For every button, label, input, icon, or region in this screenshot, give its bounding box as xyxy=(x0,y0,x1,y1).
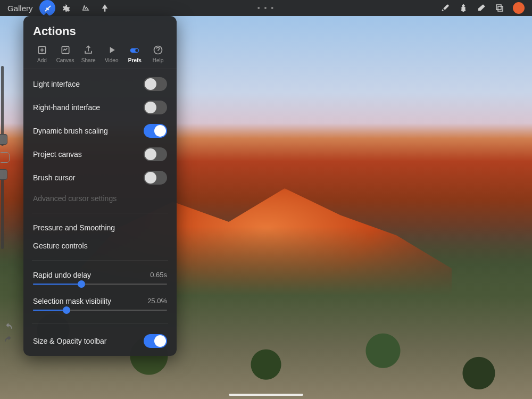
undo-icon[interactable] xyxy=(3,322,14,332)
pref-rapid-undo[interactable]: Rapid undo delay 0.65s xyxy=(23,266,177,292)
pref-gesture-controls[interactable]: Gesture controls xyxy=(23,237,177,255)
home-indicator[interactable] xyxy=(229,394,303,396)
modify-button[interactable] xyxy=(0,152,10,163)
color-swatch[interactable] xyxy=(513,2,525,14)
pref-light-interface[interactable]: Light interface xyxy=(23,72,177,96)
rapid-undo-slider[interactable] xyxy=(33,284,167,285)
selection-mask-value: 25.0% xyxy=(147,297,167,305)
smudge-icon[interactable] xyxy=(459,3,468,13)
eraser-icon[interactable] xyxy=(477,3,486,13)
rapid-undo-value: 0.65s xyxy=(150,271,167,279)
svg-point-3 xyxy=(136,49,139,52)
top-toolbar: Gallery • • • xyxy=(0,0,532,16)
toggle-right-hand[interactable] xyxy=(144,101,167,114)
pref-advanced-cursor: Advanced cursor settings xyxy=(23,189,177,207)
transform-icon[interactable] xyxy=(97,0,113,16)
toggle-light-interface[interactable] xyxy=(144,77,167,91)
overflow-button[interactable]: • • • xyxy=(257,4,275,12)
toggle-dynamic-brush[interactable] xyxy=(144,124,167,138)
gallery-button[interactable]: Gallery xyxy=(4,2,36,15)
tab-canvas[interactable]: Canvas xyxy=(54,45,77,63)
size-opacity-sidebar xyxy=(0,64,9,251)
opacity-slider[interactable] xyxy=(1,169,4,249)
pref-size-opacity-toolbar[interactable]: Size & Opacity toolbar xyxy=(23,329,177,353)
tab-help[interactable]: Help xyxy=(147,45,169,63)
toggle-brush-cursor[interactable] xyxy=(144,171,167,185)
pref-dynamic-brush[interactable]: Dynamic brush scaling xyxy=(23,119,177,143)
selection-mask-slider[interactable] xyxy=(33,310,167,311)
tab-prefs[interactable]: Prefs xyxy=(123,45,146,63)
pref-right-hand[interactable]: Right-hand interface xyxy=(23,96,177,119)
actions-tabs: Add Canvas Share Video Prefs Help xyxy=(23,45,177,69)
toggle-project-canvas[interactable] xyxy=(144,147,167,161)
tab-add[interactable]: Add xyxy=(31,45,53,63)
pref-selection-mask[interactable]: Selection mask visibility 25.0% xyxy=(23,292,177,318)
pref-pressure-smoothing[interactable]: Pressure and Smoothing xyxy=(23,219,177,237)
toggle-size-opacity[interactable] xyxy=(144,334,167,348)
layers-icon[interactable] xyxy=(495,3,504,13)
adjustments-icon[interactable] xyxy=(59,0,74,16)
selection-icon[interactable] xyxy=(78,0,94,16)
tab-share[interactable]: Share xyxy=(77,45,99,63)
pref-brush-cursor[interactable]: Brush cursor xyxy=(23,166,177,189)
pref-project-canvas[interactable]: Project canvas xyxy=(23,143,177,166)
brush-size-slider[interactable] xyxy=(1,66,4,146)
tab-video[interactable]: Video xyxy=(101,45,123,63)
brush-icon[interactable] xyxy=(440,3,450,13)
panel-title: Actions xyxy=(23,16,177,45)
redo-icon[interactable] xyxy=(3,335,14,345)
actions-panel: Actions Add Canvas Share Video Prefs Hel… xyxy=(23,16,177,356)
